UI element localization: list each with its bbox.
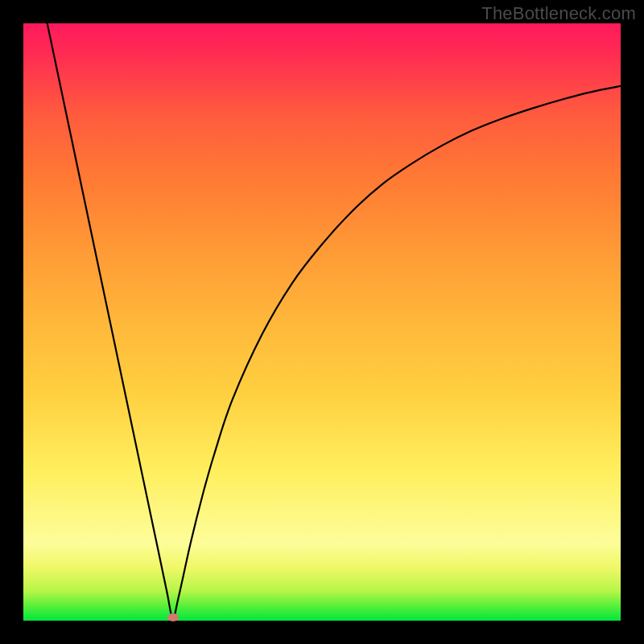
bottleneck-curve [23,23,621,621]
plot-area [23,23,621,621]
chart-frame: TheBottleneck.com [0,0,644,644]
watermark-text: TheBottleneck.com [481,3,636,24]
minimum-marker [167,613,179,621]
